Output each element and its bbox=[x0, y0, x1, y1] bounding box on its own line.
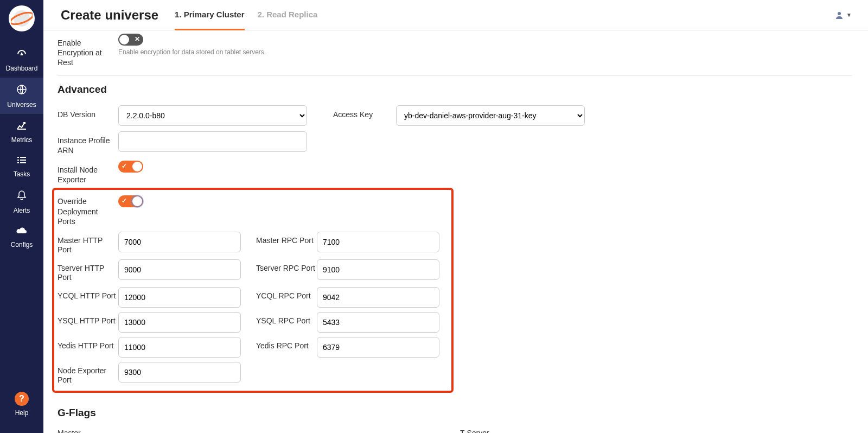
yedis-rpc-port-input[interactable] bbox=[317, 337, 439, 358]
svg-rect-8 bbox=[20, 162, 26, 163]
page-title: Create universe bbox=[61, 8, 158, 23]
install-node-exporter-toggle[interactable]: ✓ bbox=[118, 161, 143, 173]
planet-icon bbox=[11, 8, 33, 29]
user-icon bbox=[834, 10, 844, 20]
sidebar-item-label: Configs bbox=[11, 241, 33, 249]
node-exporter-port-label: Node Exporter Port bbox=[58, 362, 118, 385]
sidebar-item-label: Universes bbox=[7, 101, 36, 109]
ycql-rpc-port-label: YCQL RPC Port bbox=[256, 287, 317, 301]
tasks-icon bbox=[0, 156, 43, 167]
override-ports-toggle[interactable]: ✓ bbox=[118, 195, 143, 207]
master-http-port-input[interactable] bbox=[118, 232, 241, 252]
check-icon: ✓ bbox=[122, 197, 127, 205]
install-node-exporter-label: Install Node Exporter bbox=[58, 161, 118, 184]
node-exporter-port-input[interactable] bbox=[118, 362, 241, 383]
override-ports-label: Override Deployment Ports bbox=[58, 195, 118, 226]
tab-read-replica[interactable]: 2. Read Replica bbox=[258, 0, 318, 30]
svg-rect-4 bbox=[20, 157, 26, 158]
ycql-http-port-label: YCQL HTTP Port bbox=[58, 287, 118, 301]
gflags-master-label: Master bbox=[58, 429, 449, 433]
tabs: 1. Primary Cluster 2. Read Replica bbox=[175, 0, 317, 30]
db-version-label: DB Version bbox=[58, 105, 118, 119]
dashboard-icon bbox=[0, 49, 43, 61]
sidebar-item-label: Dashboard bbox=[6, 65, 38, 72]
logo[interactable] bbox=[9, 5, 35, 31]
svg-rect-6 bbox=[20, 160, 26, 161]
ysql-http-port-label: YSQL HTTP Port bbox=[58, 312, 118, 326]
sidebar-item-configs[interactable]: Configs bbox=[0, 220, 43, 254]
svg-rect-3 bbox=[17, 157, 19, 158]
yedis-http-port-label: Yedis HTTP Port bbox=[58, 337, 118, 351]
content: Enable Encryption at Rest ✕ Enable encry… bbox=[43, 30, 868, 433]
gflags-section-title: G-Flags bbox=[58, 407, 852, 419]
advanced-section-title: Advanced bbox=[58, 84, 852, 95]
user-menu[interactable]: ▼ bbox=[834, 10, 852, 20]
sidebar-item-label: Tasks bbox=[14, 170, 30, 178]
metrics-icon bbox=[0, 120, 43, 133]
master-http-port-label: Master HTTP Port bbox=[58, 232, 118, 255]
tserver-http-port-label: Tserver HTTP Port bbox=[58, 259, 118, 283]
tserver-http-port-input[interactable] bbox=[118, 259, 241, 280]
instance-profile-arn-label: Instance Profile ARN bbox=[58, 131, 118, 155]
override-ports-highlight: Override Deployment Ports ✓ Master HTTP … bbox=[52, 188, 454, 393]
encryption-at-rest-label: Enable Encryption at Rest bbox=[58, 34, 118, 68]
tserver-rpc-port-input[interactable] bbox=[317, 259, 439, 280]
ycql-rpc-port-input[interactable] bbox=[317, 287, 439, 308]
access-key-label: Access Key bbox=[333, 105, 396, 119]
sidebar-item-alerts[interactable]: Alerts bbox=[0, 183, 43, 220]
check-icon: ✓ bbox=[122, 162, 127, 170]
sidebar: Dashboard Universes Metrics Tasks Alerts… bbox=[0, 0, 43, 433]
sidebar-item-universes[interactable]: Universes bbox=[0, 78, 43, 114]
gflags-tserver-label: T-Server bbox=[460, 429, 852, 433]
db-version-select[interactable]: 2.2.0.0-b80 bbox=[118, 105, 307, 126]
sidebar-item-dashboard[interactable]: Dashboard bbox=[0, 42, 43, 78]
ysql-http-port-input[interactable] bbox=[118, 312, 241, 333]
svg-rect-7 bbox=[17, 162, 19, 163]
ysql-rpc-port-input[interactable] bbox=[317, 312, 439, 333]
sidebar-item-metrics[interactable]: Metrics bbox=[0, 114, 43, 149]
help-icon: ? bbox=[15, 392, 29, 406]
master-rpc-port-label: Master RPC Port bbox=[256, 232, 317, 246]
sidebar-item-tasks[interactable]: Tasks bbox=[0, 149, 43, 183]
sidebar-item-label: Metrics bbox=[11, 136, 33, 144]
tserver-rpc-port-label: Tserver RPC Port bbox=[256, 259, 317, 273]
yedis-rpc-port-label: Yedis RPC Port bbox=[256, 337, 317, 351]
globe-icon bbox=[0, 84, 43, 98]
bell-icon bbox=[0, 190, 43, 203]
sidebar-item-label: Alerts bbox=[14, 207, 30, 214]
ysql-rpc-port-label: YSQL RPC Port bbox=[256, 312, 317, 326]
tab-primary-cluster[interactable]: 1. Primary Cluster bbox=[175, 0, 244, 30]
header: Create universe 1. Primary Cluster 2. Re… bbox=[43, 0, 868, 30]
instance-profile-arn-input[interactable] bbox=[118, 131, 307, 152]
access-key-select[interactable]: yb-dev-daniel-aws-provider-aug-31-key bbox=[396, 105, 585, 126]
sidebar-item-label: Help bbox=[15, 409, 29, 417]
x-icon: ✕ bbox=[135, 35, 140, 43]
ycql-http-port-input[interactable] bbox=[118, 287, 241, 308]
divider bbox=[58, 75, 852, 76]
master-rpc-port-input[interactable] bbox=[317, 232, 439, 252]
encryption-at-rest-toggle[interactable]: ✕ bbox=[118, 34, 143, 46]
yedis-http-port-input[interactable] bbox=[118, 337, 241, 358]
caret-down-icon: ▼ bbox=[846, 12, 852, 18]
encryption-helper-text: Enable encryption for data stored on tab… bbox=[118, 48, 266, 56]
svg-rect-5 bbox=[17, 160, 19, 161]
sidebar-item-help[interactable]: ? Help bbox=[0, 385, 43, 422]
svg-point-9 bbox=[838, 12, 841, 15]
cloud-icon bbox=[0, 226, 43, 238]
